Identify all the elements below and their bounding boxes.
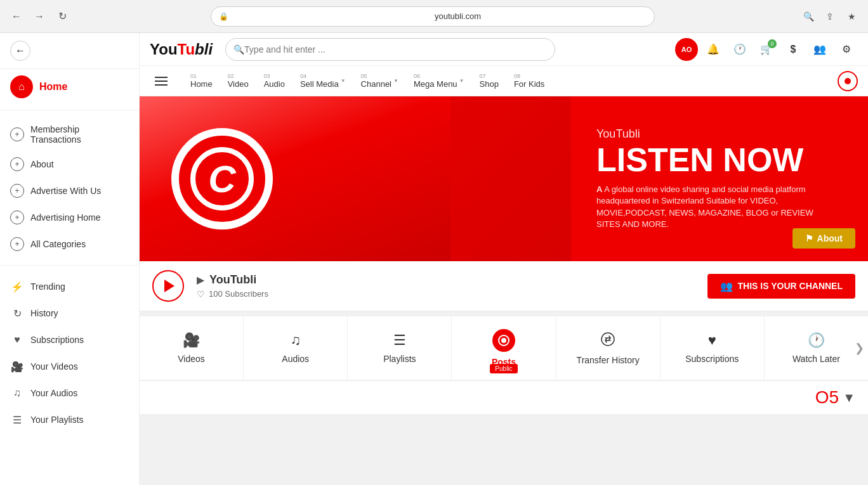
nav-label-for-kids: For Kids: [514, 79, 544, 89]
nav-label-channel: Channel: [361, 79, 391, 89]
people-icon: 👥: [720, 280, 733, 292]
svg-point-1: [501, 338, 506, 343]
channel-name-row: ▶ YouTubli: [197, 273, 695, 287]
cart-badge: 0: [768, 39, 777, 48]
nav-menu-item-mega-menu[interactable]: 06 Mega Menu ▼: [406, 70, 472, 91]
clock-btn[interactable]: 🕐: [728, 38, 751, 61]
watch-later-tab-label: Watch Later: [792, 354, 840, 364]
tab-videos[interactable]: 🎥 Videos: [140, 316, 244, 380]
nav-label-video: Video: [228, 79, 249, 89]
search-bar[interactable]: 🔍: [225, 38, 555, 61]
banner-about-btn[interactable]: ⚑ About: [792, 228, 855, 249]
user-avatar-btn[interactable]: AO: [675, 38, 698, 61]
subscriptions-tab-label: Subscriptions: [685, 354, 739, 364]
sidebar-item-history[interactable]: ↻ History: [0, 300, 139, 327]
sidebar-advertise-label: Advertise With Us: [30, 186, 101, 196]
sidebar-membership-label: Membership Transactions: [30, 124, 129, 145]
sidebar-item-your-audios[interactable]: ♫ Your Audios: [0, 380, 139, 406]
bottom-bar: O5 ▼: [140, 380, 868, 414]
cart-btn[interactable]: 🛒 0: [755, 38, 778, 61]
tab-posts[interactable]: Posts Public: [452, 316, 556, 380]
banner-left-section: C: [140, 96, 450, 261]
browser-url: youtubli.com: [435, 11, 647, 21]
nav-number-audio: 03: [264, 73, 285, 79]
bolt-icon: ⚡: [10, 280, 24, 294]
sidebar-divider-1: [0, 110, 139, 110]
transfer-history-tab-icon: [600, 332, 615, 350]
browser-forward-btn[interactable]: →: [30, 8, 48, 25]
gear-btn[interactable]: ⚙: [835, 38, 858, 61]
hamburger-menu-btn[interactable]: [150, 70, 173, 93]
nav-menu-item-sell-media[interactable]: 04 Sell Media ▼: [293, 70, 353, 91]
nav-icons: AO 🔔 🕐 🛒 0 $ 👥 ⚙: [675, 38, 858, 61]
search-icon: 🔍: [233, 44, 244, 55]
nav-number-home: 01: [190, 73, 213, 79]
dollar-btn[interactable]: $: [782, 38, 805, 61]
sidebar-about-label: About: [30, 159, 54, 169]
people-btn[interactable]: 👥: [808, 38, 831, 61]
channel-heart-icon: ♡: [197, 289, 205, 299]
browser-back-btn[interactable]: ←: [8, 8, 25, 25]
subscriptions-tab-icon: ♥: [708, 332, 716, 349]
sidebar-history-label: History: [30, 308, 58, 318]
nav-label-audio: Audio: [264, 79, 285, 89]
nav-menu-item-shop[interactable]: 07 Shop: [472, 70, 506, 91]
audios-tab-label: Audios: [282, 354, 309, 364]
tab-transfer-history[interactable]: Transfer History: [556, 316, 661, 380]
nav-label-home: Home: [190, 79, 213, 89]
tab-watch-later[interactable]: 🕐 Watch Later: [765, 316, 868, 380]
playlists-tab-icon: ☰: [393, 332, 406, 349]
nav-menu-item-channel[interactable]: 05 Channel ▼: [353, 70, 406, 91]
channel-tabs: 🎥 Videos ♫ Audios ☰ Playlists: [140, 316, 868, 380]
nav-number-mega-menu: 06: [414, 73, 457, 79]
sidebar-item-your-videos[interactable]: 🎥 Your Videos: [0, 353, 139, 380]
browser-search-btn[interactable]: 🔍: [799, 8, 817, 25]
nav-menu-item-for-kids[interactable]: 08 For Kids: [506, 70, 552, 91]
tab-subscriptions[interactable]: ♥ Subscriptions: [661, 316, 765, 380]
nav-number-shop: 07: [480, 73, 499, 79]
list-icon: ☰: [10, 413, 24, 427]
sidebar-item-trending[interactable]: ⚡ Trending: [0, 273, 139, 300]
sidebar-item-all-categories[interactable]: + All Categories: [0, 231, 139, 257]
videos-tab-icon: 🎥: [183, 332, 200, 349]
nav-number-channel: 05: [361, 73, 391, 79]
nav-menu-item-audio[interactable]: 03 Audio: [256, 70, 293, 91]
sidebar-item-subscriptions[interactable]: ♥ Subscriptions: [0, 327, 139, 353]
sidebar-item-about[interactable]: + About: [0, 151, 139, 178]
channel-play-btn[interactable]: [152, 270, 184, 302]
sidebar-item-membership-transactions[interactable]: + Membership Transactions: [0, 118, 139, 151]
sidebar-item-your-playlists[interactable]: ☰ Your Playlists: [0, 406, 139, 433]
browser-share-btn[interactable]: ⇪: [821, 8, 839, 25]
browser-address-bar[interactable]: 🔒 youtubli.com: [211, 6, 655, 27]
nav-label-mega-menu: Mega Menu: [414, 79, 457, 89]
history-icon: ↻: [10, 306, 24, 320]
your-channel-btn[interactable]: 👥 THIS IS YOUR CHANNEL: [707, 274, 855, 299]
nav-menu-item-video[interactable]: 02 Video: [220, 70, 256, 91]
mega-menu-arrow-icon: ▼: [459, 78, 464, 84]
nav-menu-item-home[interactable]: 01 Home: [183, 70, 220, 91]
nav-label-sell-media: Sell Media: [300, 79, 339, 89]
notification-bell-btn[interactable]: 🔔: [702, 38, 725, 61]
sidebar-item-advertising-home[interactable]: + Advertising Home: [0, 204, 139, 231]
browser-refresh-btn[interactable]: ↻: [53, 8, 71, 25]
plus-circle-icon-5: +: [10, 237, 24, 251]
sidebar-back-btn[interactable]: ←: [10, 41, 30, 61]
sidebar-item-home[interactable]: ⌂ Home: [0, 69, 139, 105]
sidebar-home-label: Home: [39, 81, 67, 93]
sidebar-item-advertise[interactable]: + Advertise With Us: [0, 178, 139, 204]
tabs-next-arrow[interactable]: ❯: [855, 341, 864, 355]
sidebar-subscriptions-label: Subscriptions: [30, 335, 84, 345]
search-input[interactable]: [244, 44, 547, 55]
nav-menu: 01 Home 02 Video 03 Audio: [183, 70, 838, 91]
secondary-nav: 01 Home 02 Video 03 Audio: [140, 66, 868, 96]
audios-tab-icon: ♫: [290, 332, 301, 349]
sidebar-divider-2: [0, 265, 139, 266]
tab-audios[interactable]: ♫ Audios: [244, 316, 348, 380]
tab-playlists[interactable]: ☰ Playlists: [348, 316, 452, 380]
banner-logo-inner: C: [190, 147, 254, 210]
record-btn[interactable]: [838, 71, 858, 91]
browser-bookmark-btn[interactable]: ★: [843, 8, 860, 25]
plus-circle-icon-4: +: [10, 210, 24, 224]
sidebar-your-audios-label: Your Audios: [30, 388, 77, 398]
logo-area: YouTubli: [150, 41, 213, 58]
